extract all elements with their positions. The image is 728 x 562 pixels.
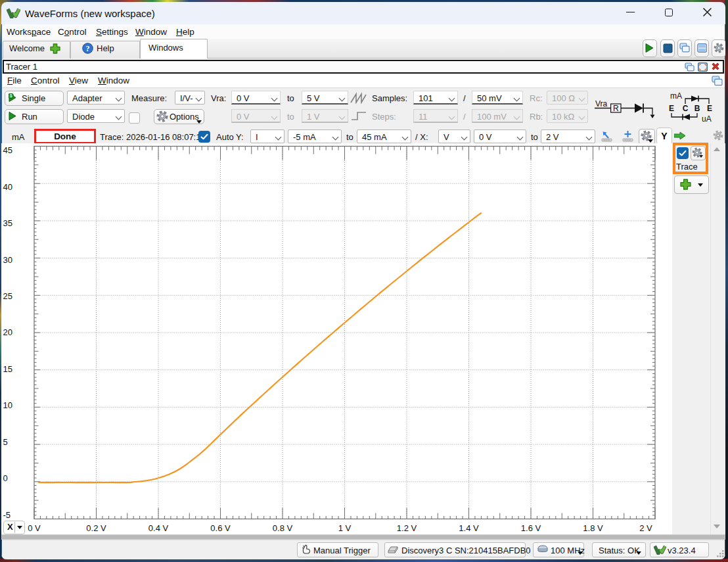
svg-text:E: E (707, 104, 712, 113)
svg-text:45: 45 (3, 145, 12, 155)
svg-text:E: E (669, 104, 674, 113)
svg-text:mA: mA (670, 91, 682, 101)
svg-text:0.6 V: 0.6 V (210, 523, 231, 533)
svg-text:40: 40 (3, 182, 12, 192)
svg-text:?: ? (86, 44, 90, 53)
svg-text:30: 30 (3, 255, 12, 265)
svg-text:1: 1 (10, 93, 12, 98)
svg-text:B: B (694, 104, 700, 113)
svg-text:-5: -5 (3, 510, 11, 520)
svg-text:15: 15 (3, 364, 12, 374)
svg-text:1.8 V: 1.8 V (583, 523, 603, 533)
svg-text:10: 10 (3, 400, 12, 410)
svg-text:0: 0 (3, 473, 8, 483)
svg-text:0.4 V: 0.4 V (148, 523, 169, 533)
svg-text:C: C (683, 104, 689, 113)
svg-text:25: 25 (3, 291, 12, 301)
svg-text:1 V: 1 V (338, 523, 352, 533)
svg-text:0 V: 0 V (28, 523, 41, 533)
svg-text:Vra: Vra (595, 99, 608, 108)
svg-text:1.6 V: 1.6 V (521, 523, 541, 533)
svg-text:uA: uA (702, 114, 712, 124)
svg-text:1.2 V: 1.2 V (397, 523, 417, 533)
svg-text:35: 35 (3, 218, 12, 228)
svg-text:0.8 V: 0.8 V (273, 523, 293, 533)
svg-text:1.4 V: 1.4 V (459, 523, 479, 533)
svg-text:5: 5 (3, 437, 8, 447)
svg-text:20: 20 (3, 327, 12, 337)
svg-text:2 V: 2 V (639, 523, 652, 533)
svg-text:0.2 V: 0.2 V (86, 523, 106, 533)
svg-text:R: R (613, 104, 619, 113)
